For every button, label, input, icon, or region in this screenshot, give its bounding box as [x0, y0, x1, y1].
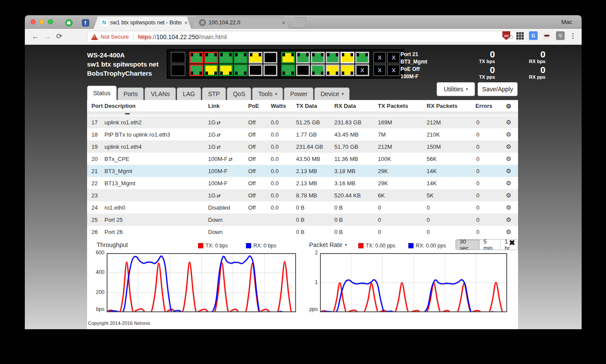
- port-indicator[interactable]: [204, 52, 218, 63]
- translate-extension-icon[interactable]: G: [529, 31, 538, 40]
- back-button[interactable]: ←: [32, 32, 39, 41]
- minimize-window-button[interactable]: [39, 19, 44, 24]
- cell-errors: 0: [475, 131, 502, 138]
- port-indicator[interactable]: [171, 64, 185, 76]
- port-indicator[interactable]: [311, 64, 325, 76]
- new-tab-button[interactable]: [291, 17, 306, 28]
- port-indicator[interactable]: [326, 64, 340, 76]
- port-row-26[interactable]: 26Port 26Down0 B0 B000⚙: [87, 226, 518, 238]
- port-indicator[interactable]: [296, 64, 310, 76]
- privacy-extension-icon[interactable]: [542, 31, 551, 40]
- caret-down-icon: ▾: [342, 92, 344, 96]
- range-button-5-min[interactable]: 5 min: [480, 240, 501, 250]
- utilities-button[interactable]: Utilities▾: [437, 82, 475, 96]
- port-indicator[interactable]: [340, 52, 354, 63]
- row-settings-gear-icon[interactable]: ⚙: [502, 180, 519, 187]
- row-settings-gear-icon[interactable]: ⚙: [502, 228, 519, 235]
- tab-ports[interactable]: Ports: [118, 87, 144, 100]
- row-settings-gear-icon[interactable]: ⚙: [502, 131, 519, 138]
- port-indicator[interactable]: [189, 64, 203, 76]
- port-indicator[interactable]: [234, 64, 248, 76]
- port-row-18[interactable]: 18PtP BTx to uplink ro1.eth31G⇄Off0.01.7…: [87, 128, 518, 140]
- port-row-21[interactable]: 21BT3_Mgmt100M-FOff0.02.13 MB3.18 MB29K1…: [87, 165, 518, 177]
- table-settings-gear-icon[interactable]: ⚙: [502, 103, 519, 110]
- port-indicator[interactable]: [204, 64, 218, 76]
- pinned-tab-chat[interactable]: [61, 17, 76, 29]
- port-row-24[interactable]: 24ro1.eth0DisabledOff0.00 B0 B000⚙: [87, 201, 518, 214]
- port-indicator[interactable]: X: [387, 52, 400, 63]
- tab-close-icon[interactable]: ×: [184, 20, 188, 26]
- cell-watts: 0.0: [271, 156, 296, 162]
- row-settings-gear-icon[interactable]: ⚙: [502, 204, 519, 211]
- port-indicator[interactable]: [234, 52, 248, 63]
- port-indicator[interactable]: [311, 52, 325, 63]
- row-settings-gear-icon[interactable]: ⚙: [502, 167, 519, 174]
- tab-status[interactable]: Status: [87, 86, 117, 100]
- port-row-17[interactable]: 17uplink ro1.eth21G⇄Off0.051.25 GB231.63…: [87, 116, 518, 128]
- tab-device[interactable]: Device▾: [314, 87, 350, 100]
- zoom-window-button[interactable]: [48, 19, 53, 24]
- cell-tx-data: 43.50 MB: [296, 156, 334, 162]
- port-indicator[interactable]: [340, 64, 354, 76]
- row-settings-gear-icon[interactable]: ⚙: [502, 216, 519, 223]
- caret-down-icon: ▾: [275, 92, 277, 96]
- packet-rate-dropdown[interactable]: Packet Rate▾: [309, 241, 347, 248]
- port-indicator[interactable]: [296, 52, 310, 63]
- tab-title: sw1 btx spitwspots net - Bobs: [110, 20, 182, 26]
- port-row-19[interactable]: 19uplink ro1.eth41G⇄Off0.0231.64 GB51.70…: [87, 140, 518, 153]
- tab-vlans[interactable]: VLANs: [145, 87, 176, 100]
- tab-qos[interactable]: QoS: [227, 87, 251, 100]
- port-indicator[interactable]: X: [373, 64, 386, 76]
- port-row-20[interactable]: 20BTx_CPE100M-F⇄Off0.043.50 MB11.36 MB10…: [87, 153, 518, 165]
- y-tick-label: 2: [300, 250, 318, 256]
- port-row-25[interactable]: 25Port 25Down0 B0 B000⚙: [87, 214, 518, 226]
- y-axis-unit-label: bps: [87, 306, 104, 312]
- port-row-23[interactable]: 231G⇄Off0.08.78 MB520.44 KB6K5K0⚙: [87, 189, 518, 201]
- row-settings-gear-icon[interactable]: ⚙: [502, 192, 519, 199]
- port-indicator[interactable]: X: [373, 52, 386, 63]
- port-indicator[interactable]: [281, 64, 295, 76]
- row-settings-gear-icon[interactable]: ⚙: [502, 119, 519, 126]
- tab-close-icon[interactable]: ×: [282, 20, 285, 26]
- port-indicator[interactable]: X: [355, 64, 369, 76]
- port-indicator[interactable]: [326, 52, 340, 63]
- port-indicator[interactable]: [281, 52, 295, 63]
- port-indicator[interactable]: [355, 52, 369, 63]
- pinned-tab-facebook[interactable]: f: [78, 17, 93, 29]
- tab-lag[interactable]: LAG: [177, 87, 201, 100]
- tab-stp[interactable]: STP: [202, 87, 226, 100]
- browser-tab-active[interactable]: N sw1 btx spitwspots net - Bobs ×: [94, 17, 191, 29]
- browser-tab-inactive[interactable]: ⚙ 100.104.22.0 ×: [192, 17, 289, 29]
- rj45-jack-icon: [283, 66, 294, 75]
- port-indicator[interactable]: [249, 52, 263, 63]
- port-indicator[interactable]: [249, 64, 263, 76]
- close-window-button[interactable]: [30, 19, 36, 24]
- browser-menu-icon[interactable]: ⋮: [569, 32, 576, 40]
- port-indicator[interactable]: [189, 52, 203, 63]
- range-button-30-sec[interactable]: 30 sec: [456, 240, 480, 250]
- row-settings-gear-icon[interactable]: ⚙: [502, 155, 519, 162]
- port-row-22[interactable]: 22BT13_Mgmt100M-FOff0.02.13 MB3.16 MB29K…: [87, 177, 518, 189]
- caret-down-icon: ▾: [345, 243, 347, 247]
- port-indicator[interactable]: [171, 52, 185, 63]
- row-settings-gear-icon[interactable]: ⚙: [502, 143, 519, 150]
- port-indicator[interactable]: [263, 64, 277, 76]
- apps-grid-icon[interactable]: [515, 31, 524, 40]
- save-apply-button[interactable]: Save/Apply: [478, 82, 518, 96]
- port-indicator[interactable]: [263, 52, 277, 63]
- port-indicator[interactable]: [219, 52, 233, 63]
- tab-tools[interactable]: Tools▾: [252, 87, 283, 100]
- lightbulb-extension-icon[interactable]: ⚲: [556, 31, 565, 40]
- tab-power[interactable]: Power: [284, 87, 313, 100]
- cell-errors: 0: [475, 180, 502, 187]
- port-indicator[interactable]: [219, 64, 233, 76]
- adblock-extension-icon[interactable]: UO: [502, 31, 511, 40]
- address-bar[interactable]: ! Not Secure https://100.104.22.250/main…: [87, 31, 518, 43]
- reload-button[interactable]: ⟳: [56, 32, 62, 41]
- port-group-1: [189, 52, 277, 76]
- forward-button[interactable]: →: [44, 32, 51, 41]
- charts-close-icon[interactable]: ✖: [509, 239, 515, 247]
- not-secure-warning-icon[interactable]: !: [91, 34, 98, 40]
- port-indicator[interactable]: X: [387, 64, 400, 76]
- column-header-poe: PoE: [248, 103, 271, 109]
